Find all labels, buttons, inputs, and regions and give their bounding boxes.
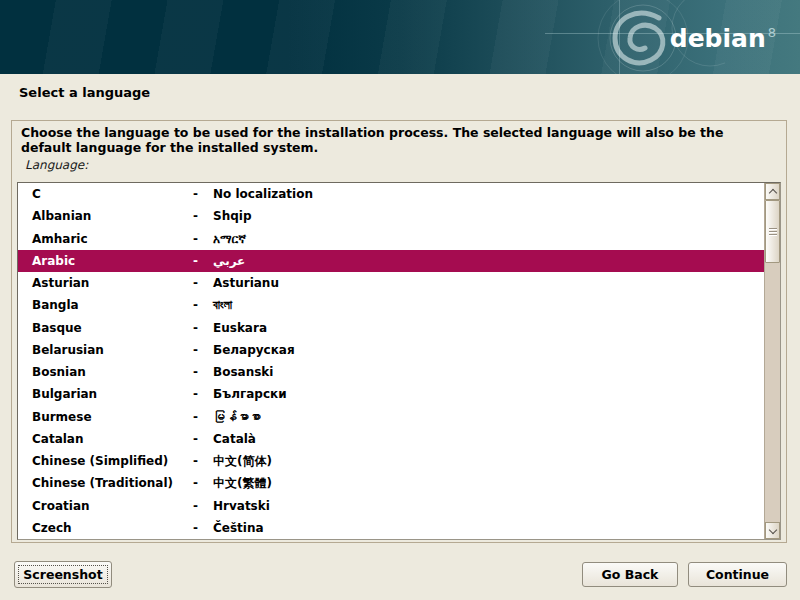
product-version: 8 [768, 25, 776, 40]
banner: debian8 [0, 0, 800, 74]
language-name: Czech [32, 517, 72, 539]
scrollbar-thumb[interactable] [765, 200, 780, 263]
separator: - [193, 361, 198, 383]
list-item[interactable]: Czech - Čeština [18, 517, 764, 539]
scrollbar-up-button[interactable] [765, 183, 780, 200]
list-item[interactable]: Croatian - Hrvatski [18, 495, 764, 517]
separator: - [193, 495, 198, 517]
language-name: Belarusian [32, 339, 104, 361]
language-native-name: Bosanski [213, 361, 273, 383]
product-label: debian [670, 24, 766, 53]
list-item[interactable]: Amharic - አማርኛ [18, 228, 764, 250]
language-native-name: አማርኛ [213, 228, 246, 250]
separator: - [193, 472, 198, 494]
language-name: Asturian [32, 272, 89, 294]
list-item[interactable]: C - No localization [18, 183, 764, 205]
separator: - [193, 428, 198, 450]
screenshot-button[interactable]: Screenshot [14, 561, 112, 588]
product-name: debian8 [670, 26, 776, 51]
language-native-name: Shqip [213, 205, 251, 227]
chevron-down-icon [769, 526, 777, 534]
language-name: Albanian [32, 205, 91, 227]
separator: - [193, 406, 198, 428]
list-item[interactable]: Bangla - বাংলা [18, 294, 764, 316]
list-item[interactable]: Bosnian - Bosanski [18, 361, 764, 383]
installer-window: debian8 Select a language Choose the lan… [0, 0, 800, 600]
language-listbox: C - No localization Albanian - Shqip Amh… [17, 182, 781, 540]
language-native-name: Hrvatski [213, 495, 270, 517]
language-name: Arabic [32, 250, 75, 272]
separator: - [193, 383, 198, 405]
list-item[interactable]: Asturian - Asturianu [18, 272, 764, 294]
separator: - [193, 339, 198, 361]
go-back-button[interactable]: Go Back [582, 562, 678, 587]
language-native-name: 中文(简体) [213, 450, 272, 472]
scrollbar-grip-icon [769, 228, 777, 237]
separator: - [193, 450, 198, 472]
language-name: Catalan [32, 428, 84, 450]
language-name: Croatian [32, 495, 90, 517]
language-name: Amharic [32, 228, 88, 250]
separator: - [193, 517, 198, 539]
language-name: Chinese (Simplified) [32, 450, 168, 472]
language-native-name: Беларуская [213, 339, 295, 361]
list-item[interactable]: Catalan - Català [18, 428, 764, 450]
scrollbar-down-button[interactable] [765, 522, 780, 539]
language-native-name: No localization [213, 183, 313, 205]
separator: - [193, 294, 198, 316]
language-native-name: বাংলা [213, 294, 232, 316]
language-field-label: Language: [25, 158, 88, 172]
language-native-name: Български [213, 383, 287, 405]
language-native-name: Català [213, 428, 256, 450]
separator: - [193, 272, 198, 294]
language-native-name: မြန်မာစာ [213, 406, 261, 428]
separator: - [193, 183, 198, 205]
chevron-up-icon [769, 189, 777, 197]
language-native-name: 中文(繁體) [213, 472, 272, 494]
separator: - [193, 228, 198, 250]
language-native-name: Euskara [213, 317, 267, 339]
language-name: Burmese [32, 406, 92, 428]
separator: - [193, 317, 198, 339]
language-name: Bulgarian [32, 383, 97, 405]
separator: - [193, 250, 198, 272]
language-name: Bangla [32, 294, 79, 316]
language-name: Basque [32, 317, 82, 339]
list-item[interactable]: Burmese - မြန်မာစာ [18, 406, 764, 428]
list-item[interactable]: Chinese (Simplified) - 中文(简体) [18, 450, 764, 472]
page-title: Select a language [19, 85, 150, 100]
list-item[interactable]: Chinese (Traditional) - 中文(繁體) [18, 472, 764, 494]
language-native-name: Asturianu [213, 272, 279, 294]
language-name: Bosnian [32, 361, 86, 383]
language-native-name: عربي [213, 250, 245, 272]
list-item[interactable]: Belarusian - Беларуская [18, 339, 764, 361]
language-name: C [32, 183, 41, 205]
list-item[interactable]: Basque - Euskara [18, 317, 764, 339]
language-list: C - No localization Albanian - Shqip Amh… [18, 183, 764, 539]
separator: - [193, 205, 198, 227]
language-native-name: Čeština [213, 517, 264, 539]
continue-button[interactable]: Continue [688, 562, 787, 587]
list-item[interactable]: Albanian - Shqip [18, 205, 764, 227]
scrollbar[interactable] [764, 183, 780, 539]
list-item[interactable]: Arabic - عربي [18, 250, 764, 272]
language-name: Chinese (Traditional) [32, 472, 173, 494]
list-item[interactable]: Bulgarian - Български [18, 383, 764, 405]
dialog-description: Choose the language to be used for the i… [21, 125, 775, 155]
